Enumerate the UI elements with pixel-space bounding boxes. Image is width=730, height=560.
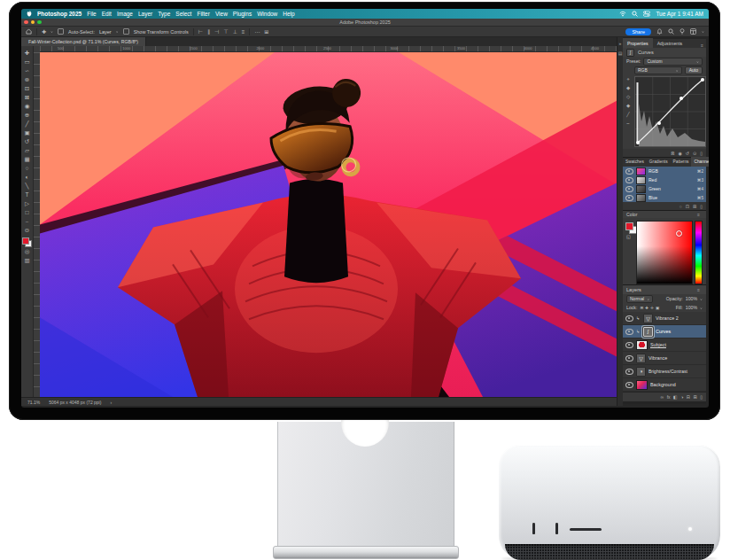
- menu-item-image[interactable]: Image: [117, 11, 133, 17]
- white-point-eyedropper-icon[interactable]: ◆: [626, 103, 630, 109]
- layer-effects-icon[interactable]: fx: [667, 394, 671, 400]
- tab-channels[interactable]: Channels: [691, 157, 709, 167]
- tool-clone-stamp[interactable]: ▣: [24, 128, 29, 137]
- screen-mode-icon[interactable]: ▥: [24, 256, 29, 265]
- document-image[interactable]: [40, 52, 617, 397]
- align-center-icon[interactable]: ∥: [207, 28, 210, 35]
- chevron-down-icon[interactable]: ∨: [50, 30, 53, 34]
- delete-layer-icon[interactable]: ▯: [700, 394, 703, 400]
- menu-item-type[interactable]: Type: [158, 11, 170, 17]
- adjustment-layer-icon[interactable]: ◑: [680, 394, 683, 400]
- align-left-icon[interactable]: ⊢: [198, 28, 203, 35]
- home-icon[interactable]: [26, 28, 32, 35]
- opacity-value[interactable]: 100%: [686, 296, 697, 301]
- menu-item-layer[interactable]: Layer: [138, 11, 152, 17]
- auto-button[interactable]: Auto: [685, 66, 703, 74]
- layer-row-background[interactable]: Background: [623, 378, 706, 392]
- tool-pen[interactable]: ╲: [26, 182, 29, 191]
- black-point-eyedropper-icon[interactable]: ◆: [626, 85, 630, 91]
- visibility-eye-icon[interactable]: [625, 355, 633, 362]
- foreground-background-swatches[interactable]: [22, 237, 32, 247]
- tool-marquee[interactable]: ▭: [24, 58, 29, 66]
- delete-channel-icon[interactable]: ▯: [700, 204, 703, 209]
- tool-lasso[interactable]: ∽: [25, 66, 29, 75]
- align-top-icon[interactable]: ⊤: [223, 28, 228, 35]
- tool-move[interactable]: ✚: [25, 49, 29, 58]
- new-layer-icon[interactable]: ⊞: [694, 394, 697, 400]
- move-tool-icon[interactable]: ✚: [42, 28, 46, 35]
- tab-gradients[interactable]: Gradients: [647, 157, 671, 167]
- tool-brush[interactable]: ╱: [26, 120, 29, 128]
- align-bottom-icon[interactable]: ⊥: [232, 28, 237, 35]
- saturation-brightness-field[interactable]: [636, 221, 693, 284]
- notifications-bell-icon[interactable]: [656, 28, 663, 35]
- tool-frame[interactable]: ⊠: [25, 93, 29, 102]
- visibility-eye-icon[interactable]: [625, 168, 633, 175]
- visibility-eye-icon[interactable]: [625, 369, 633, 375]
- tool-type[interactable]: T: [26, 191, 29, 199]
- panel-menu-icon[interactable]: ≡: [697, 287, 703, 292]
- tool-gradient[interactable]: ▦: [24, 155, 29, 164]
- layer-row-brightness-contrast[interactable]: ◑ Brightness/Contrast: [623, 365, 706, 378]
- channel-row-green[interactable]: Green ⌘4: [623, 184, 706, 193]
- distribute-icon[interactable]: ≡: [242, 29, 245, 35]
- menu-item-edit[interactable]: Edit: [102, 11, 112, 17]
- layer-row-subject[interactable]: Subject: [623, 338, 706, 352]
- delete-icon[interactable]: ▯: [700, 151, 703, 156]
- menu-item-filter[interactable]: Filter: [197, 11, 209, 17]
- search-icon[interactable]: [668, 28, 674, 35]
- default-colors-icon[interactable]: ◱: [626, 234, 631, 239]
- auto-select-target-dropdown[interactable]: Layer: [99, 29, 112, 35]
- layer-group-icon[interactable]: ⊟: [687, 394, 690, 400]
- control-center-icon[interactable]: [643, 11, 650, 17]
- visibility-eye-icon[interactable]: [625, 186, 633, 192]
- layer-row-curves[interactable]: ↳ ʃ Curves: [623, 325, 706, 338]
- channel-select[interactable]: RGB∨: [634, 66, 682, 74]
- tool-zoom[interactable]: ⊙: [25, 226, 29, 235]
- blend-mode-select[interactable]: Normal∨: [626, 295, 653, 303]
- channel-row-red[interactable]: Red ⌘3: [623, 175, 706, 184]
- tool-blur[interactable]: ○: [26, 164, 29, 173]
- menu-item-window[interactable]: Window: [257, 11, 277, 17]
- reset-icon[interactable]: ↺: [686, 151, 689, 156]
- draw-curve-pencil-icon[interactable]: ╱: [626, 112, 629, 118]
- tool-crop[interactable]: ⊡: [25, 84, 29, 93]
- menu-item-help[interactable]: Help: [283, 11, 294, 17]
- foreground-color-swatch[interactable]: [625, 222, 633, 230]
- menu-item-plugins[interactable]: Plugins: [233, 11, 252, 17]
- lock-transparency-icon[interactable]: ⊞: [640, 306, 643, 310]
- smooth-curve-icon[interactable]: ⌣: [626, 121, 630, 127]
- chevron-down-icon[interactable]: ∨: [116, 30, 119, 34]
- targeted-adjust-icon[interactable]: ⌖: [626, 76, 629, 82]
- foreground-color-swatch[interactable]: [22, 237, 29, 245]
- tool-dodge[interactable]: ◐: [26, 173, 29, 182]
- search-icon[interactable]: [632, 11, 638, 17]
- visibility-eye-icon[interactable]: [625, 382, 633, 388]
- color-panel-title[interactable]: Color: [626, 212, 637, 217]
- tab-swatches[interactable]: Swatches: [623, 157, 647, 167]
- wifi-icon[interactable]: [619, 11, 626, 17]
- target-layer-icon[interactable]: ◉: [678, 151, 681, 156]
- chevron-down-icon[interactable]: ∨: [702, 30, 704, 34]
- tab-patterns[interactable]: Patterns: [671, 157, 692, 167]
- fill-value[interactable]: 100%: [686, 305, 697, 310]
- zoom-level[interactable]: 71.1%: [27, 400, 40, 405]
- visibility-eye-icon[interactable]: [625, 195, 633, 201]
- more-options-icon[interactable]: ⋯: [254, 28, 260, 35]
- new-channel-icon[interactable]: ⊞: [693, 204, 696, 209]
- link-layers-icon[interactable]: ∞: [661, 394, 664, 400]
- discover-bulb-icon[interactable]: [680, 28, 685, 35]
- panel-menu-icon[interactable]: ≡: [697, 212, 703, 217]
- lock-pixels-icon[interactable]: ✚: [645, 306, 648, 310]
- menu-app-name[interactable]: Photoshop 2025: [37, 11, 82, 17]
- visibility-eye-icon[interactable]: [625, 342, 633, 348]
- history-panel-icon[interactable]: ▤: [618, 51, 623, 56]
- tool-path-select[interactable]: ▷: [25, 199, 29, 208]
- tool-history-brush[interactable]: ↺: [25, 137, 29, 146]
- visibility-eye-icon[interactable]: [625, 315, 633, 322]
- load-selection-icon[interactable]: ○: [680, 204, 682, 209]
- hue-slider[interactable]: [695, 221, 703, 284]
- status-chevron-icon[interactable]: ›: [110, 400, 112, 405]
- channel-row-rgb[interactable]: RGB ⌘2: [623, 167, 706, 175]
- menu-item-select[interactable]: Select: [175, 11, 191, 17]
